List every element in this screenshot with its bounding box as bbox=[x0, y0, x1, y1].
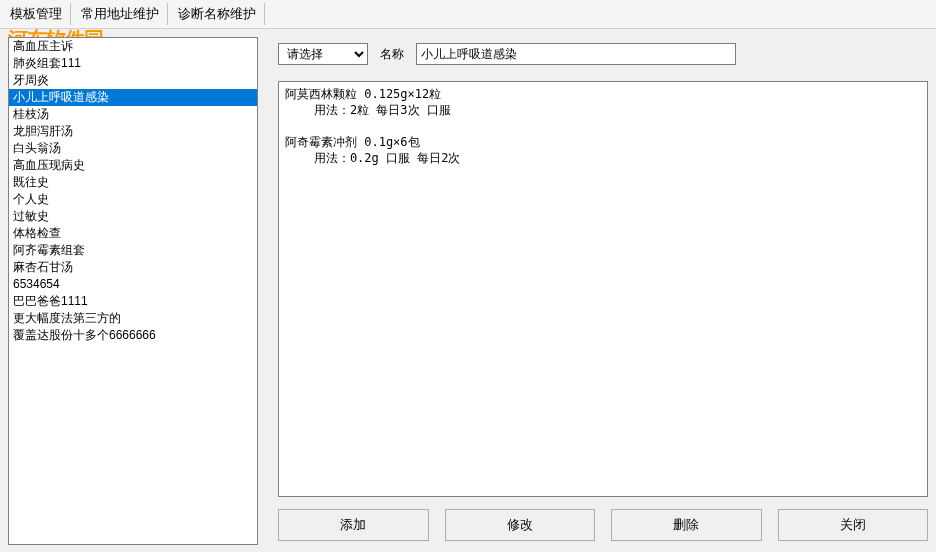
list-item[interactable]: 高血压主诉 bbox=[9, 38, 257, 55]
list-item[interactable]: 体格检查 bbox=[9, 225, 257, 242]
main-area: 高血压主诉肺炎组套111牙周炎小儿上呼吸道感染桂枝汤龙胆泻肝汤白头翁汤高血压现病… bbox=[0, 29, 936, 552]
modify-button[interactable]: 修改 bbox=[445, 509, 596, 541]
form-row: 请选择 名称 bbox=[278, 37, 928, 71]
tab-address-maintain[interactable]: 常用地址维护 bbox=[73, 3, 168, 25]
list-item[interactable]: 桂枝汤 bbox=[9, 106, 257, 123]
close-button[interactable]: 关闭 bbox=[778, 509, 929, 541]
list-item[interactable]: 肺炎组套111 bbox=[9, 55, 257, 72]
type-select[interactable]: 请选择 bbox=[278, 43, 368, 65]
list-item[interactable]: 阿齐霉素组套 bbox=[9, 242, 257, 259]
delete-button[interactable]: 删除 bbox=[611, 509, 762, 541]
template-list[interactable]: 高血压主诉肺炎组套111牙周炎小儿上呼吸道感染桂枝汤龙胆泻肝汤白头翁汤高血压现病… bbox=[8, 37, 258, 545]
list-item[interactable]: 小儿上呼吸道感染 bbox=[9, 89, 257, 106]
list-item[interactable]: 覆盖达股份十多个6666666 bbox=[9, 327, 257, 344]
list-item[interactable]: 6534654 bbox=[9, 276, 257, 293]
list-item[interactable]: 高血压现病史 bbox=[9, 157, 257, 174]
list-item[interactable]: 个人史 bbox=[9, 191, 257, 208]
tab-template-manage[interactable]: 模板管理 bbox=[2, 3, 71, 25]
list-item[interactable]: 更大幅度法第三方的 bbox=[9, 310, 257, 327]
button-row: 添加 修改 删除 关闭 bbox=[278, 507, 928, 545]
name-label: 名称 bbox=[380, 46, 404, 63]
detail-textarea[interactable]: 阿莫西林颗粒 0.125g×12粒 用法：2粒 每日3次 口服 阿奇霉素冲剂 0… bbox=[278, 81, 928, 497]
toolbar: 模板管理 常用地址维护 诊断名称维护 bbox=[0, 0, 936, 29]
list-item[interactable]: 牙周炎 bbox=[9, 72, 257, 89]
list-item[interactable]: 过敏史 bbox=[9, 208, 257, 225]
list-item[interactable]: 龙胆泻肝汤 bbox=[9, 123, 257, 140]
list-item[interactable]: 麻杏石甘汤 bbox=[9, 259, 257, 276]
tab-diagnosis-maintain[interactable]: 诊断名称维护 bbox=[170, 3, 265, 25]
name-input[interactable] bbox=[416, 43, 736, 65]
add-button[interactable]: 添加 bbox=[278, 509, 429, 541]
list-item[interactable]: 既往史 bbox=[9, 174, 257, 191]
list-item[interactable]: 巴巴爸爸1111 bbox=[9, 293, 257, 310]
content-panel: 请选择 名称 阿莫西林颗粒 0.125g×12粒 用法：2粒 每日3次 口服 阿… bbox=[278, 37, 928, 545]
list-item[interactable]: 白头翁汤 bbox=[9, 140, 257, 157]
